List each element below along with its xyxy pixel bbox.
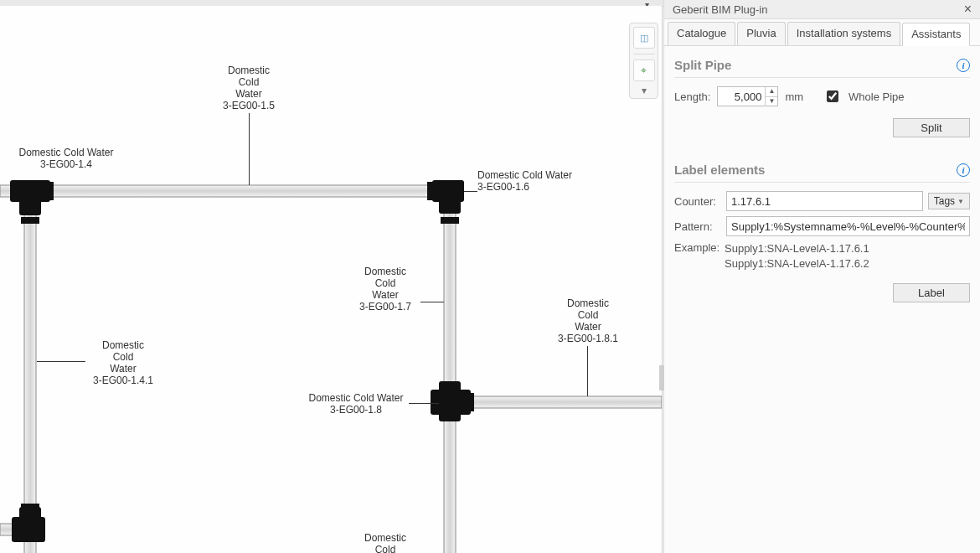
leader-line — [420, 302, 444, 302]
counter-input[interactable] — [726, 191, 923, 211]
label-id: 3-EG00-1.4.1 — [85, 375, 161, 386]
whole-pipe-checkbox[interactable] — [827, 90, 838, 102]
label-l1: Domestic — [348, 266, 423, 277]
pipe-label-partial: Domestic Cold — [348, 532, 423, 553]
label-l1: Domestic — [348, 532, 423, 544]
pipe-label: Domestic Cold Water 3-EG00-1.4.1 — [85, 339, 161, 386]
length-input[interactable] — [718, 90, 765, 103]
label-id: 3-EG00-1.4 — [3, 158, 129, 170]
label-l1: Domestic — [85, 339, 161, 351]
label-id: 3-EG00-1.7 — [348, 301, 423, 313]
label-id: 3-EG00-1.8 — [302, 404, 410, 416]
whole-pipe-label: Whole Pipe — [848, 90, 904, 103]
label-header: Domestic Cold Water — [477, 169, 586, 181]
label-l1: Domestic — [548, 297, 628, 309]
label-l2: Cold — [85, 351, 161, 363]
model-viewport[interactable]: ◫ ⌖ ▾ — [0, 6, 663, 553]
tab-strip: Catalogue Pluvia Installation systems As… — [664, 19, 980, 46]
length-spinner[interactable]: ▲ ▼ — [717, 86, 778, 106]
svg-rect-0 — [0, 185, 448, 197]
pipe-label: Domestic Cold Water 3-EG00-1.6 — [477, 169, 586, 193]
label-id: 3-EG00-1.6 — [477, 181, 586, 193]
spinner-buttons: ▲ ▼ — [765, 87, 777, 106]
info-icon[interactable]: i — [957, 59, 970, 72]
tags-dropdown-button[interactable]: Tags ▼ — [928, 193, 970, 209]
pattern-input[interactable] — [726, 216, 970, 236]
close-icon[interactable]: × — [961, 2, 975, 17]
label-l3: Water — [85, 363, 161, 375]
pattern-row: Pattern: — [674, 216, 970, 236]
plugin-sidebar: Geberit BIM Plug-in × Catalogue Pluvia I… — [663, 0, 980, 553]
svg-rect-2 — [444, 197, 456, 553]
label-header: Domestic Cold Water — [302, 392, 410, 404]
label-l1: Domestic — [211, 65, 286, 76]
section-divider — [674, 77, 970, 78]
svg-rect-13 — [47, 182, 54, 200]
svg-rect-1 — [24, 197, 36, 553]
leader-line — [587, 346, 588, 396]
split-pipe-heading-row: Split Pipe i — [674, 58, 970, 72]
counter-row: Counter: Tags ▼ — [674, 191, 970, 211]
svg-rect-10 — [439, 381, 461, 421]
example-lines: Supply1:SNA-LevelA-1.17.6.1 Supply1:SNA-… — [725, 241, 869, 271]
tab-catalogue[interactable]: Catalogue — [668, 22, 735, 45]
counter-label: Counter: — [674, 195, 721, 208]
pipe-label: Domestic Cold Water 3-EG00-1.4 — [3, 147, 129, 170]
label-l3: Water — [211, 88, 286, 100]
pattern-label: Pattern: — [674, 220, 721, 233]
pipe-label: Domestic Cold Water 3-EG00-1.8 — [302, 392, 410, 416]
pipe-network — [0, 6, 662, 553]
label-l2: Cold — [348, 277, 423, 289]
leader-line — [409, 403, 439, 404]
split-button[interactable]: Split — [893, 118, 970, 137]
label-l2: Cold — [211, 76, 286, 88]
sidebar-header: Geberit BIM Plug-in × — [664, 0, 980, 19]
label-l2: Cold — [548, 309, 628, 321]
splitter-handle[interactable] — [659, 365, 664, 390]
svg-rect-18 — [21, 504, 39, 510]
svg-rect-14 — [427, 182, 434, 200]
example-block: Example: Supply1:SNA-LevelA-1.17.6.1 Sup… — [674, 241, 970, 271]
split-pipe-heading: Split Pipe — [674, 58, 731, 72]
pipe-label: Domestic Cold Water 3-EG00-1.7 — [348, 266, 423, 313]
pipe-label: Domestic Cold Water 3-EG00-1.5 — [211, 65, 286, 111]
svg-rect-6 — [19, 197, 41, 215]
label-id: 3-EG00-1.8.1 — [548, 333, 628, 344]
chevron-down-icon: ▼ — [957, 198, 964, 205]
length-row: Length: ▲ ▼ mm Whole Pipe — [674, 86, 970, 106]
tags-label: Tags — [934, 195, 955, 207]
label-elements-heading: Label elements — [674, 163, 765, 177]
label-elements-heading-row: Label elements i — [674, 163, 970, 177]
length-unit: mm — [785, 90, 803, 103]
label-l2: Cold — [348, 544, 423, 553]
example-line: Supply1:SNA-LevelA-1.17.6.1 — [725, 241, 869, 256]
svg-rect-16 — [21, 217, 39, 224]
label-id: 3-EG00-1.5 — [211, 100, 286, 111]
svg-rect-15 — [467, 393, 474, 411]
leader-line — [249, 113, 250, 185]
example-line: Supply1:SNA-LevelA-1.17.6.2 — [725, 256, 869, 271]
example-label: Example: — [674, 241, 721, 271]
assistants-pane: Split Pipe i Length: ▲ ▼ mm Whole Pipe — [664, 46, 980, 313]
leader-line — [37, 361, 85, 362]
label-button[interactable]: Label — [893, 283, 970, 302]
spinner-up-icon[interactable]: ▲ — [766, 87, 777, 97]
label-l3: Water — [548, 321, 628, 333]
spinner-down-icon[interactable]: ▼ — [766, 97, 777, 106]
label-header: Domestic Cold Water — [3, 147, 129, 158]
info-icon[interactable]: i — [957, 163, 970, 177]
tab-installation-systems[interactable]: Installation systems — [787, 22, 900, 45]
svg-rect-3 — [456, 396, 662, 408]
leader-line — [464, 191, 477, 192]
svg-rect-17 — [441, 217, 459, 224]
pipe-label: Domestic Cold Water 3-EG00-1.8.1 — [548, 297, 628, 344]
label-l3: Water — [348, 289, 423, 301]
tab-pluvia[interactable]: Pluvia — [737, 22, 785, 45]
tab-assistants[interactable]: Assistants — [902, 23, 970, 46]
length-label: Length: — [674, 90, 710, 103]
svg-rect-8 — [439, 194, 461, 214]
section-divider — [674, 182, 970, 183]
sidebar-title: Geberit BIM Plug-in — [673, 3, 767, 16]
